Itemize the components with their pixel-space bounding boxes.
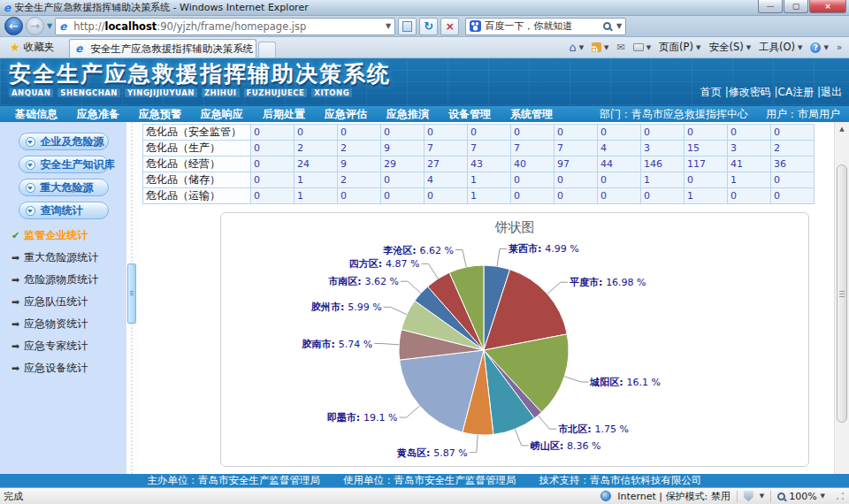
new-tab-button[interactable] — [258, 42, 276, 57]
back-button[interactable]: ← — [4, 17, 23, 35]
sidebar-scrollbar-thumb[interactable] — [127, 263, 136, 324]
value-cell: 0 — [511, 188, 555, 204]
pie-label-connector — [374, 344, 399, 345]
arrow-right-icon: ➡ — [11, 318, 19, 330]
protected-mode-dropdown-icon[interactable]: ▼ — [760, 493, 764, 500]
pinyin-word: ZHIHUI — [202, 88, 240, 97]
more-tools-chevron-icon[interactable]: » — [837, 42, 842, 52]
sidebar-item-current[interactable]: ✔监管企业统计 — [11, 228, 126, 243]
pie-label: 胶南市: 5.74 % — [302, 338, 373, 350]
maximize-button[interactable]: ▢ — [784, 0, 808, 13]
sidebar-section-button[interactable]: 查询统计 — [19, 202, 109, 219]
nav-item[interactable]: 应急响应 — [191, 107, 253, 122]
command-bar: ⌂▼ ▼ ✉ ▼ 页面(P)▼安全(S)▼工具(O)▼ ?▼ » — [569, 41, 845, 54]
nav-item[interactable]: 应急评估 — [315, 107, 377, 122]
sidebar-item-link[interactable]: ➡应急设备统计 — [11, 361, 126, 376]
value-cell: 3 — [728, 141, 771, 157]
search-input[interactable] — [485, 20, 600, 32]
banner-link[interactable]: 退出 — [821, 86, 842, 98]
help-button[interactable]: ?▼ — [810, 42, 828, 53]
row-label-cell: 危化品（运输） — [143, 188, 251, 204]
pinyin-word: SHENGCHAN — [57, 88, 120, 97]
nav-item[interactable]: 系统管理 — [501, 107, 562, 122]
page-scrollbar[interactable]: ▲ — [834, 122, 849, 474]
command-menu-label: 页面(P) — [659, 41, 693, 54]
command-menu[interactable]: 工具(O)▼ — [759, 41, 802, 54]
link-separator: | — [771, 86, 778, 98]
print-button[interactable]: ▼ — [633, 43, 651, 51]
main-area: 企业及危险源安全生产知识库重大危险源查询统计 ✔监管企业统计➡重大危险源统计➡危… — [0, 122, 849, 474]
nav-item[interactable]: 应急推演 — [377, 107, 439, 122]
read-mail-button[interactable]: ✉ — [616, 42, 624, 53]
value-cell: 1 — [468, 172, 511, 188]
tab-active[interactable]: e 安全生产应急救援指挥辅助决策系统 — [69, 39, 256, 57]
command-menus: 页面(P)▼安全(S)▼工具(O)▼ — [659, 41, 802, 54]
banner-link[interactable]: 修改密码 — [729, 86, 771, 98]
value-cell: 27 — [424, 157, 468, 172]
command-menu[interactable]: 页面(P)▼ — [659, 41, 700, 54]
sidebar-item-label: 监管企业统计 — [24, 228, 88, 243]
value-cell: 1 — [468, 188, 511, 204]
nav-item[interactable]: 应急预警 — [129, 107, 191, 122]
value-cell: 9 — [338, 157, 381, 172]
resize-grip[interactable] — [835, 491, 845, 501]
nav-item[interactable]: 后期处置 — [253, 107, 315, 122]
page-scrollbar-thumb[interactable] — [837, 164, 847, 423]
refresh-button[interactable]: ↻ — [419, 18, 438, 35]
chevron-down-icon: ▼ — [696, 44, 700, 51]
value-cell: 0 — [598, 172, 641, 188]
value-cell: 4 — [424, 172, 468, 188]
command-menu[interactable]: 安全(S)▼ — [708, 41, 751, 54]
history-chevron-icon[interactable]: ▼ — [47, 22, 52, 30]
chart-title: 饼状图 — [221, 213, 808, 238]
sidebar-section-button[interactable]: 企业及危险源 — [19, 133, 109, 150]
sidebar-section-label: 查询统计 — [41, 203, 83, 218]
favorites-button[interactable]: ★ 收藏夹 — [4, 39, 60, 57]
sidebar-scrollbar[interactable] — [126, 122, 138, 474]
sidebar-section-button[interactable]: 安全生产知识库 — [19, 156, 109, 173]
compatibility-view-button[interactable] — [398, 18, 417, 35]
search-icon[interactable] — [603, 22, 611, 30]
address-dropdown-icon[interactable]: ▼ — [386, 22, 391, 30]
value-cell: 0 — [598, 125, 641, 141]
star-icon: ★ — [10, 41, 20, 54]
value-cell: 2 — [338, 141, 381, 157]
sidebar-item-link[interactable]: ➡危险源物质统计 — [11, 272, 126, 287]
home-button[interactable]: ⌂▼ — [569, 41, 584, 54]
nav-item[interactable]: 基础信息 — [5, 107, 67, 122]
sidebar-item-label: 重大危险源统计 — [24, 250, 98, 265]
pie-chart-panel: 饼状图 莱西市: 4.99 %平度市: 16.98 %城阳区: 16.1 %市北… — [220, 212, 809, 467]
sidebar-item-label: 应急专家统计 — [24, 339, 88, 354]
nav-item[interactable]: 应急准备 — [67, 107, 129, 122]
close-button[interactable]: × — [809, 0, 846, 13]
sidebar-item-link[interactable]: ➡应急物资统计 — [11, 317, 126, 332]
forward-button[interactable]: → — [26, 17, 44, 35]
address-input[interactable]: e http://localhost:90/yjzh/frame/homepag… — [55, 18, 395, 35]
banner-link[interactable]: 首页 — [700, 86, 722, 98]
zoom-control[interactable]: 100% ▼ — [777, 491, 825, 502]
search-dropdown-icon[interactable]: ▼ — [616, 22, 622, 30]
tab-icon: e — [75, 42, 82, 55]
sidebar-item-link[interactable]: ➡应急队伍统计 — [11, 294, 126, 309]
nav-item[interactable]: 设备管理 — [439, 107, 501, 122]
value-cell: 7 — [555, 141, 598, 157]
value-cell: 2 — [771, 141, 815, 157]
pie-label-connector — [401, 281, 421, 293]
minimize-button[interactable]: — — [758, 0, 783, 13]
sidebar-item-link[interactable]: ➡重大危险源统计 — [11, 250, 126, 265]
sidebar-item-link[interactable]: ➡应急专家统计 — [11, 339, 126, 354]
url-host: localhost — [105, 20, 157, 33]
pie-label: 黄岛区: 5.87 % — [396, 447, 468, 459]
value-cell: 0 — [641, 125, 685, 141]
stop-button[interactable]: × — [440, 18, 459, 35]
scroll-up-icon[interactable]: ▲ — [835, 126, 849, 133]
value-cell: 0 — [251, 188, 294, 204]
row-label-cell: 危化品（储存） — [143, 172, 251, 188]
rss-button[interactable]: ▼ — [592, 42, 608, 52]
link-separator: | — [722, 86, 729, 98]
chevron-circle-icon — [26, 183, 35, 193]
value-cell: 0 — [511, 125, 555, 141]
sidebar-section-button[interactable]: 重大危险源 — [19, 179, 109, 196]
banner-links: 首页 |修改密码 |CA注册 |退出 — [700, 85, 842, 100]
banner-link[interactable]: CA注册 — [778, 86, 815, 98]
